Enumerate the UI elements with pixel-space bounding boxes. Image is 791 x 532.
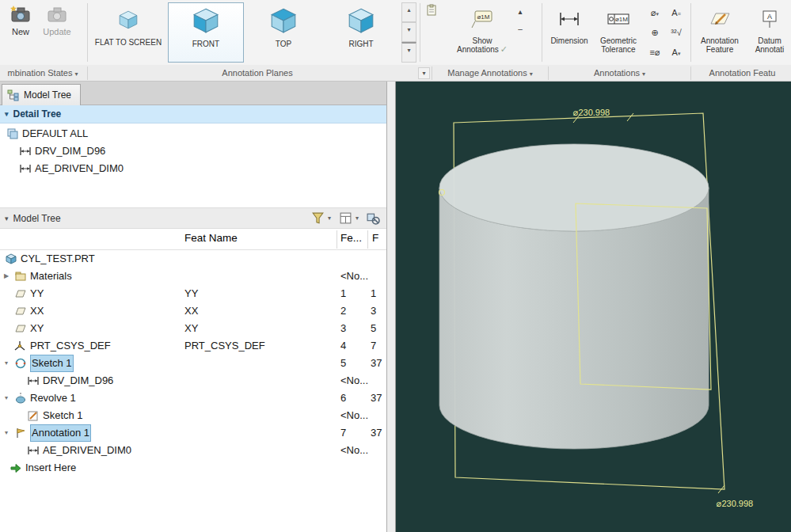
show-annotations-button[interactable]: ⌀1M Show Annotations✓	[451, 2, 513, 63]
caret-down-icon: ▾	[5, 215, 9, 222]
flat-to-screen-button[interactable]: FLAT TO SCREEN	[92, 2, 165, 63]
tab-model-tree[interactable]: Model Tree	[2, 84, 81, 105]
label-separator	[87, 66, 88, 80]
column-header-feat-name[interactable]: Feat Name	[184, 232, 238, 244]
tree-columns-icon[interactable]	[339, 211, 352, 225]
model-tree-icon	[7, 89, 20, 101]
tree-row-part[interactable]: CYL_TEST.PRT	[0, 250, 386, 268]
tree-row-plane-yy[interactable]: YY YY 1 1	[0, 285, 386, 302]
column-divider[interactable]	[367, 230, 368, 249]
datum-plane-icon	[14, 305, 27, 317]
tree-row-sketch1-child[interactable]: Sketch 1 <No...	[0, 407, 386, 424]
update-button[interactable]: Update	[40, 4, 74, 36]
tree-row-annotation1[interactable]: ▾ Annotation 1 7 37	[0, 424, 386, 442]
camera-new-icon	[10, 4, 31, 25]
detail-row-drv-dim[interactable]: DRV_DIM_D96	[0, 142, 386, 160]
new-button[interactable]: New	[3, 4, 38, 36]
annotation-feature-button[interactable]: Annotation Feature	[695, 2, 744, 63]
annotation-collapse-icon[interactable]: –	[513, 22, 527, 36]
driven-dimension-icon	[19, 162, 32, 175]
group-label-annotations[interactable]: Annotations▾	[550, 65, 689, 81]
annotation-plane-cube-icon	[116, 3, 140, 36]
column-header-f[interactable]: F	[372, 232, 378, 244]
tree-row-revolve1[interactable]: ▾ Revolve 1 6 37	[0, 390, 386, 407]
right-plane-button[interactable]: RIGHT	[323, 2, 399, 63]
model-tree-header[interactable]: ▾ Model Tree ▾ ▾	[0, 207, 386, 229]
gallery-expand-button[interactable]: ▾	[401, 42, 416, 63]
sketch-feature-icon	[14, 357, 27, 370]
caret-down-icon: ▾	[74, 70, 78, 78]
model-tree-rows: CYL_TEST.PRT ▶ Materials <No... YY YY 1 …	[0, 250, 386, 477]
surface-finish-button[interactable]: ³²√	[666, 24, 686, 43]
expand-icon[interactable]: ▶	[2, 268, 11, 285]
caret-down-icon: ▾	[642, 70, 645, 78]
datum-plane-icon	[14, 322, 27, 335]
annotation-plane-cube-top-icon	[268, 3, 299, 38]
detail-tree-header[interactable]: ▾ Detail Tree	[0, 105, 386, 124]
driven-dimension-icon	[27, 374, 40, 387]
tree-row-drv-dim[interactable]: DRV_DIM_D96 <No...	[0, 372, 386, 390]
detail-row-default-all[interactable]: DEFAULT ALL	[0, 125, 386, 142]
tree-row-plane-xx[interactable]: XX XX 2 3	[0, 302, 386, 320]
caret-down-icon[interactable]: ▾	[356, 215, 359, 222]
filter-icon[interactable]	[311, 211, 325, 225]
group-label-manage-annotations[interactable]: Manage Annotations▾	[434, 65, 546, 81]
model-tree-column-headers: Feat Name Fe... F	[0, 229, 386, 250]
tree-row-sketch1[interactable]: ▾ Sketch 1 5 37	[0, 355, 386, 372]
note-button[interactable]: A≡	[666, 4, 686, 23]
tree-row-insert-here[interactable]: Insert Here	[0, 459, 386, 477]
clipboard-icon[interactable]	[424, 3, 439, 17]
caret-down-icon[interactable]: ▾	[328, 215, 331, 222]
annotation-feature-icon	[708, 3, 732, 35]
collapse-icon[interactable]: ▾	[2, 390, 11, 407]
dimension-button[interactable]: Dimension	[546, 2, 592, 63]
detail-row-ae-driven-dim[interactable]: AE_DRIVEN_DIM0	[0, 160, 386, 177]
ribbon-separator	[690, 3, 691, 62]
datum-annotation-button[interactable]: A Datum Annotati	[746, 2, 791, 63]
datum-annotation-icon: A	[759, 3, 781, 35]
gallery-scroll-up-button[interactable]: ▴	[401, 2, 416, 22]
svg-text:⌀1M: ⌀1M	[615, 16, 628, 23]
label-separator	[432, 66, 432, 80]
ordinate-dimension-button[interactable]: ≡⌀	[645, 44, 665, 63]
camera-update-icon	[47, 4, 67, 25]
3d-viewport[interactable]: ⌀230.998 ⌀230.998	[396, 82, 791, 532]
diameter-symbol-button[interactable]: ⌀▾	[645, 4, 665, 23]
sketch-icon	[27, 409, 40, 422]
gdt-button[interactable]: ⊕	[645, 24, 665, 43]
svg-text:⌀230.998: ⌀230.998	[573, 108, 610, 117]
svg-text:A: A	[767, 13, 772, 21]
caret-down-icon: ▾	[530, 70, 533, 78]
annotation-planes-launcher[interactable]: ▾	[418, 67, 430, 79]
tree-row-ae-driven-dim[interactable]: AE_DRIVEN_DIM0 <No...	[0, 442, 386, 459]
annotation-up-icon[interactable]: ▴	[513, 5, 527, 19]
show-annotations-icon: ⌀1M	[470, 3, 494, 35]
detail-tree-list: DEFAULT ALL DRV_DIM_D96	[0, 125, 386, 177]
collapse-icon[interactable]: ▾	[2, 355, 11, 372]
materials-icon	[14, 270, 27, 283]
driven-dimension-icon	[19, 145, 32, 158]
front-plane-button[interactable]: FRONT	[168, 2, 244, 63]
geometric-tolerance-button[interactable]: ⌀1M Geometric Tolerance	[594, 2, 643, 63]
column-divider[interactable]	[337, 230, 337, 249]
ribbon: New Update FLAT TO SCREEN	[0, 0, 791, 65]
driven-dimension-icon	[27, 444, 40, 457]
tree-row-plane-xy[interactable]: XY XY 3 5	[0, 320, 386, 337]
caret-down-icon: ▾	[5, 110, 9, 118]
collapse-icon[interactable]: ▾	[2, 424, 11, 442]
panel-splitter[interactable]	[387, 82, 396, 532]
dimension-icon	[558, 3, 580, 35]
geometric-tolerance-icon: ⌀1M	[607, 3, 630, 35]
tree-settings-icon[interactable]	[367, 211, 380, 225]
check-icon: ✓	[500, 44, 508, 54]
gallery-scroll-down-button[interactable]: ▾	[401, 22, 416, 42]
group-label-combination-states[interactable]: mbination States▾	[0, 65, 86, 81]
cylinder-model[interactable]	[439, 144, 709, 449]
ribbon-separator	[420, 3, 420, 62]
datum-plane-icon	[14, 287, 27, 300]
tree-row-materials[interactable]: ▶ Materials <No...	[0, 268, 386, 285]
text-style-button[interactable]: A▾	[666, 44, 686, 63]
column-header-fe[interactable]: Fe...	[340, 232, 362, 244]
top-plane-button[interactable]: TOP	[247, 2, 320, 63]
tree-row-csys[interactable]: PRT_CSYS_DEF PRT_CSYS_DEF 4 7	[0, 337, 386, 355]
